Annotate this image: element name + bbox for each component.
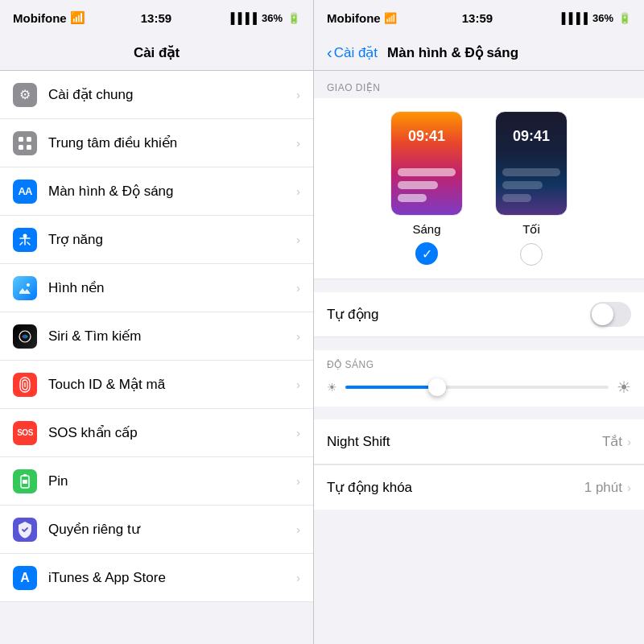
left-carrier: Mobifone: [13, 11, 67, 25]
left-status-left: Mobifone 📶: [13, 10, 85, 25]
left-status-right: ▐▐▐▐ 36% 🔋: [227, 12, 300, 24]
settings-label-siri: Siri & Tìm kiếm: [48, 328, 296, 345]
brightness-slider-track[interactable]: [345, 386, 609, 389]
sidebar-item-pin[interactable]: Pin ›: [0, 457, 313, 506]
sidebar-item-sos[interactable]: SOS SOS khẩn cấp ›: [0, 409, 313, 457]
left-panel: Mobifone 📶 13:59 ▐▐▐▐ 36% 🔋 Cài đặt ⚙ Cà…: [0, 0, 314, 644]
chevron-icon-2: ›: [296, 184, 300, 198]
settings-label-cai-dat-chung: Cài đặt chung: [48, 86, 296, 103]
right-status-right: ▐▐▐▐ 36% 🔋: [558, 12, 631, 24]
night-shift-row[interactable]: Night Shift Tắt ›: [314, 419, 644, 464]
right-status-bar: Mobifone 📶 13:59 ▐▐▐▐ 36% 🔋: [314, 0, 644, 35]
auto-lock-chevron-icon: ›: [627, 481, 631, 494]
toggle-knob: [592, 303, 613, 325]
settings-label-tro-nang: Trợ năng: [48, 231, 296, 248]
night-shift-label: Night Shift: [327, 434, 602, 450]
svg-rect-3: [27, 145, 31, 150]
svg-point-4: [23, 233, 27, 237]
right-time: 13:59: [462, 11, 493, 25]
sidebar-item-itunes[interactable]: A iTunes & App Store ›: [0, 554, 313, 602]
theme-bar-toi-3: [502, 194, 531, 202]
settings-icon-itunes: A: [13, 566, 37, 590]
right-carrier: Mobifone: [327, 11, 381, 25]
theme-bar-sang-1: [398, 168, 456, 176]
settings-icon-touch-id: [13, 373, 37, 397]
right-panel: Mobifone 📶 13:59 ▐▐▐▐ 36% 🔋 ‹ Cài đặt Mà…: [314, 0, 644, 644]
theme-label-sang: Sáng: [412, 222, 440, 236]
right-battery-icon: 🔋: [618, 12, 631, 24]
theme-bar-sang-2: [398, 181, 438, 189]
left-nav-header: Cài đặt: [0, 35, 313, 71]
settings-label-sos: SOS khẩn cấp: [48, 424, 296, 441]
settings-label-hinh-nen: Hình nền: [48, 279, 296, 296]
theme-label-toi: Tối: [522, 222, 540, 237]
sidebar-item-tro-nang[interactable]: Trợ năng ›: [0, 216, 313, 264]
chevron-icon-3: ›: [296, 233, 300, 246]
settings-icon-pin: [13, 469, 37, 493]
chevron-icon-10: ›: [296, 571, 300, 584]
left-nav-title: Cài đặt: [134, 44, 180, 61]
theme-time-toi: 09:41: [513, 128, 550, 145]
settings-icon-quyen-rieng-tu: [13, 518, 37, 542]
section-label-giao-dien: GIAO DIỆN: [314, 71, 644, 98]
theme-ui-sang: [398, 168, 456, 202]
settings-icon-man-hinh: AA: [13, 180, 37, 204]
theme-bar-toi-2: [502, 181, 543, 189]
right-nav-header: ‹ Cài đặt Màn hình & Độ sáng: [314, 35, 644, 71]
left-status-bar: Mobifone 📶 13:59 ▐▐▐▐ 36% 🔋: [0, 0, 313, 35]
brightness-section: ĐỘ SÁNG ☀ ☀: [314, 350, 644, 407]
settings-icon-tro-nang: [13, 228, 37, 252]
svg-rect-2: [19, 145, 23, 150]
settings-list: ⚙ Cài đặt chung › Trung tâm điều khiển ›…: [0, 71, 313, 644]
auto-lock-value: 1 phút: [584, 480, 622, 496]
right-content: GIAO DIỆN 09:41 Sáng ✓ 09:41: [314, 71, 644, 644]
settings-icon-hinh-nen: [13, 276, 37, 300]
chevron-icon-7: ›: [296, 426, 300, 440]
sidebar-item-hinh-nen[interactable]: Hình nền ›: [0, 264, 313, 312]
svg-rect-9: [23, 474, 27, 477]
right-battery-pct: 36%: [592, 12, 613, 24]
theme-time-sang: 09:41: [408, 128, 445, 145]
chevron-icon-1: ›: [296, 136, 300, 150]
sidebar-item-trung-tam[interactable]: Trung tâm điều khiển ›: [0, 119, 313, 167]
sidebar-item-quyen-rieng-tu[interactable]: Quyền riêng tư ›: [0, 506, 313, 554]
theme-option-sang[interactable]: 09:41 Sáng ✓: [390, 111, 463, 266]
brightness-slider-thumb[interactable]: [428, 378, 446, 396]
theme-option-toi[interactable]: 09:41 Tối: [495, 111, 568, 266]
auto-toggle-label: Tự động: [327, 306, 590, 323]
theme-bar-sang-3: [398, 194, 427, 202]
sidebar-item-touch-id[interactable]: Touch ID & Mật mã ›: [0, 361, 313, 409]
settings-icon-sos: SOS: [13, 421, 37, 445]
theme-empty-toi: [520, 243, 543, 266]
svg-rect-0: [19, 137, 23, 142]
auto-lock-label: Tự động khóa: [327, 479, 584, 496]
left-battery-icon: 🔋: [287, 12, 300, 24]
theme-selector: 09:41 Sáng ✓ 09:41: [314, 98, 644, 279]
sidebar-item-man-hinh[interactable]: AA Màn hình & Độ sáng ›: [0, 167, 313, 216]
sidebar-item-siri[interactable]: Siri & Tìm kiếm ›: [0, 312, 313, 361]
theme-check-sang: ✓: [415, 242, 438, 265]
wifi-icon: 📶: [70, 10, 85, 25]
auto-toggle-row[interactable]: Tự động: [314, 292, 644, 337]
settings-icon-cai-dat-chung: ⚙: [13, 83, 37, 107]
chevron-icon-8: ›: [296, 474, 300, 488]
auto-lock-row[interactable]: Tự động khóa 1 phút ›: [314, 464, 644, 510]
theme-preview-sang: 09:41: [390, 111, 463, 216]
section-label-do-sang: ĐỘ SÁNG: [327, 353, 374, 374]
sidebar-item-cai-dat-chung[interactable]: ⚙ Cài đặt chung ›: [0, 71, 313, 119]
svg-point-5: [27, 283, 30, 287]
svg-rect-1: [27, 137, 31, 142]
right-status-left: Mobifone 📶: [327, 11, 397, 25]
brightness-slider-fill: [345, 386, 437, 389]
chevron-icon-6: ›: [296, 378, 300, 391]
theme-ui-toi: [502, 168, 560, 202]
back-label: Cài đặt: [334, 44, 378, 61]
theme-bar-toi-1: [502, 168, 560, 176]
right-signal-icon: ▐▐▐▐: [558, 12, 588, 24]
theme-preview-toi: 09:41: [495, 111, 568, 216]
settings-label-touch-id: Touch ID & Mật mã: [48, 376, 296, 393]
back-button[interactable]: ‹ Cài đặt: [327, 43, 378, 62]
right-nav-title: Màn hình & Độ sáng: [387, 44, 518, 61]
auto-toggle-switch[interactable]: [590, 302, 631, 327]
settings-label-pin: Pin: [48, 473, 296, 489]
